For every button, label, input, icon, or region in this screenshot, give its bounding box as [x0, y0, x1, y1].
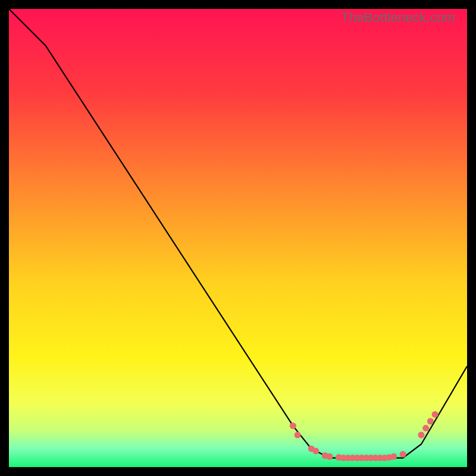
bottleneck-chart: [9, 9, 467, 467]
data-point: [418, 432, 425, 439]
gradient-background: [9, 9, 467, 467]
data-point: [427, 418, 434, 425]
data-point: [390, 453, 397, 460]
data-point: [422, 425, 429, 431]
data-point: [400, 451, 406, 458]
data-point: [327, 453, 333, 460]
chart-frame: TheBottleneck.com: [9, 9, 467, 467]
data-point: [290, 422, 296, 429]
data-point: [295, 432, 301, 439]
watermark-text: TheBottleneck.com: [341, 10, 455, 26]
data-point: [432, 411, 439, 418]
data-point: [312, 448, 319, 455]
